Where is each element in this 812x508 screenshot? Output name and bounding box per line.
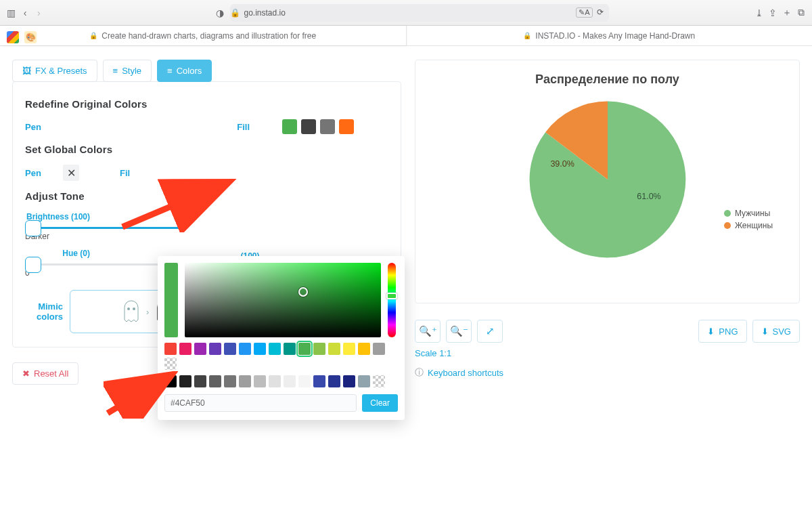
- hex-input[interactable]: [164, 394, 357, 412]
- preset-swatch[interactable]: [254, 375, 266, 387]
- fill-swatch[interactable]: [301, 119, 316, 134]
- preset-swatch[interactable]: [313, 343, 325, 355]
- expand-icon: ⤢: [486, 325, 495, 337]
- preset-swatch[interactable]: [194, 375, 206, 387]
- fullscreen-button[interactable]: ⤢: [477, 320, 503, 343]
- heading-redefine: Redefine Original Colors: [25, 98, 388, 110]
- lock-icon: 🔒: [89, 32, 97, 39]
- zoom-in-icon: 🔍⁺: [419, 325, 437, 337]
- preset-swatch[interactable]: [373, 375, 385, 387]
- preset-swatch[interactable]: [194, 343, 206, 355]
- share-icon[interactable]: ⇪: [769, 5, 777, 21]
- preset-swatch[interactable]: [298, 343, 311, 355]
- zoom-out-button[interactable]: 🔍⁻: [446, 320, 472, 343]
- preset-swatch[interactable]: [358, 375, 370, 387]
- tab-label: INSTAD.IO - Makes Any Image Hand-Drawn: [535, 31, 695, 41]
- preset-swatch[interactable]: [224, 343, 236, 355]
- download-icon: ⬇: [761, 326, 769, 337]
- keyboard-shortcuts-link[interactable]: ⓘKeyboard shortcuts: [415, 366, 800, 379]
- sidebar-icon[interactable]: ▥: [7, 5, 16, 21]
- back-icon[interactable]: ‹: [21, 5, 29, 21]
- close-icon: ✖: [22, 368, 30, 379]
- preset-swatch[interactable]: [179, 375, 191, 387]
- heading-global: Set Global Colors: [25, 144, 388, 155]
- download-icon[interactable]: ⤓: [755, 5, 763, 21]
- legend-item: Женщины: [724, 221, 773, 230]
- tab-label: Create hand-drawn charts, diagrams and i…: [102, 31, 316, 41]
- preset-swatch[interactable]: [343, 375, 355, 387]
- sliders-icon: ≡: [113, 66, 118, 76]
- svg-point-1: [133, 308, 135, 310]
- panel-tabs: 🖼FX & Presets ≡Style ≡Colors: [12, 60, 401, 82]
- tab-colors[interactable]: ≡Colors: [157, 60, 212, 82]
- preset-swatch[interactable]: [239, 375, 251, 387]
- fill-label: Fill: [212, 122, 250, 132]
- hue-strip[interactable]: [388, 263, 396, 337]
- preset-swatch[interactable]: [164, 358, 177, 370]
- mimic-label: Mimic colors: [25, 301, 63, 322]
- preset-swatch[interactable]: [164, 375, 177, 387]
- preset-swatch[interactable]: [209, 343, 221, 355]
- zoom-out-icon: 🔍⁻: [450, 325, 468, 337]
- preset-swatch[interactable]: [313, 375, 325, 387]
- color-picker: Clear: [158, 256, 405, 420]
- preset-swatch[interactable]: [284, 375, 296, 387]
- zoom-in-button[interactable]: 🔍⁺: [415, 320, 441, 343]
- tab-fx-presets[interactable]: 🖼FX & Presets: [12, 60, 97, 82]
- fill-label-truncated: Fil: [120, 168, 136, 178]
- preset-swatch[interactable]: [254, 343, 266, 355]
- chart-preview: Распределение по полу 61.0% 39.0%: [415, 60, 800, 303]
- preset-swatch[interactable]: [209, 375, 221, 387]
- browser-toolbar: ▥ ‹ › ◑ 🔒 go.instad.io ✎A ⟳ ⤓ ⇪ ＋ ⧉: [0, 0, 812, 26]
- forward-icon[interactable]: ›: [35, 5, 43, 21]
- legend-item: Мужчины: [724, 209, 773, 218]
- preset-swatch[interactable]: [358, 343, 370, 355]
- preset-swatch[interactable]: [373, 343, 385, 355]
- preset-swatch[interactable]: [328, 343, 340, 355]
- reload-icon[interactable]: ⟳: [597, 7, 604, 18]
- preset-swatch[interactable]: [269, 343, 281, 355]
- lock-icon: 🔒: [523, 32, 531, 39]
- reset-all-button[interactable]: ✖Reset All: [12, 362, 78, 385]
- download-png-button[interactable]: ⬇PNG: [698, 320, 746, 343]
- download-svg-button[interactable]: ⬇SVG: [752, 320, 800, 343]
- fill-swatch[interactable]: [339, 119, 354, 134]
- scale-label: Scale 1:1: [415, 348, 800, 358]
- info-icon: ⓘ: [415, 366, 424, 379]
- preset-swatch[interactable]: [328, 375, 340, 387]
- pen-label: Pen: [25, 122, 90, 132]
- tab-instad-editor[interactable]: 🔒 Create hand-drawn charts, diagrams and…: [0, 26, 407, 45]
- preset-swatch[interactable]: [239, 343, 251, 355]
- chevron-right-icon: ›: [146, 307, 149, 317]
- preset-swatch[interactable]: [179, 343, 191, 355]
- preset-swatch[interactable]: [164, 343, 177, 355]
- brightness-slider[interactable]: [25, 227, 187, 229]
- chart-title: Распределение по полу: [535, 72, 679, 87]
- tabs-icon[interactable]: ⧉: [797, 5, 805, 21]
- heading-tone: Adjust Tone: [25, 190, 388, 202]
- preset-swatch[interactable]: [298, 375, 311, 387]
- translate-icon[interactable]: ✎A: [576, 7, 592, 18]
- address-bar[interactable]: 🔒 go.instad.io ✎A ⟳: [230, 4, 609, 22]
- lock-icon: 🔒: [230, 8, 240, 18]
- newtab-icon[interactable]: ＋: [782, 5, 792, 21]
- favicon-strip: 🎨: [3, 28, 41, 46]
- favicon[interactable]: [7, 31, 19, 43]
- shield-icon[interactable]: ◑: [216, 5, 224, 21]
- tab-instad-home[interactable]: 🔒 INSTAD.IO - Makes Any Image Hand-Drawn: [407, 26, 813, 45]
- preset-swatch[interactable]: [343, 343, 355, 355]
- slice-label: 39.0%: [550, 159, 574, 169]
- preset-swatch[interactable]: [284, 343, 296, 355]
- preset-swatch[interactable]: [224, 375, 236, 387]
- pen-none[interactable]: ✕: [63, 165, 79, 181]
- slice-label: 61.0%: [637, 192, 660, 201]
- favicon[interactable]: 🎨: [24, 31, 37, 43]
- fill-swatch[interactable]: [320, 119, 335, 134]
- fill-swatches: [282, 119, 354, 134]
- saturation-lightness-field[interactable]: [185, 263, 381, 337]
- tab-style[interactable]: ≡Style: [103, 60, 152, 82]
- chart-legend: Мужчины Женщины: [724, 209, 773, 233]
- preset-swatch[interactable]: [269, 375, 281, 387]
- fill-swatch[interactable]: [282, 119, 297, 134]
- clear-button[interactable]: Clear: [362, 394, 398, 412]
